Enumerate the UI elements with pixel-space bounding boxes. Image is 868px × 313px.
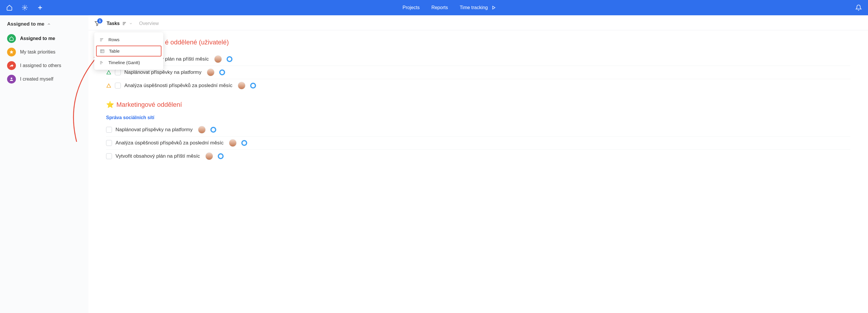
- priority-icon: [106, 70, 112, 75]
- task-checkbox[interactable]: [106, 140, 112, 146]
- task-title: Analýza úspěšnosti příspěvků za poslední…: [124, 83, 232, 89]
- sidebar-item-label: I assigned to others: [20, 63, 61, 68]
- tab-tasks[interactable]: Tasks: [107, 21, 132, 26]
- avatar[interactable]: [229, 139, 237, 147]
- home-badge-icon: [7, 34, 16, 43]
- topbar-center-nav: Projects Reports Time tracking: [43, 5, 855, 10]
- status-circle[interactable]: [226, 56, 232, 62]
- avatar[interactable]: [238, 82, 245, 90]
- task-group-2: Naplánovat příspěvky na platformy Analýz…: [106, 123, 850, 163]
- dropdown-item-rows[interactable]: Rows: [94, 34, 163, 45]
- filter-button[interactable]: 1: [94, 21, 100, 27]
- task-row[interactable]: Vytvořit obsahový plán na příští měsíc: [106, 53, 850, 66]
- view-dropdown: Rows Table Timeline (Gantt): [94, 32, 163, 70]
- rows-icon: [99, 37, 104, 42]
- task-row[interactable]: Analýza úspěšnosti příspěvků za poslední…: [106, 137, 850, 150]
- sidebar-item-i-assigned-to-others[interactable]: I assigned to others: [7, 61, 81, 70]
- dropdown-item-label: Rows: [108, 37, 120, 42]
- sidebar-item-label: I created myself: [20, 76, 53, 82]
- tab-tasks-label: Tasks: [107, 21, 120, 26]
- topbar-right: [855, 4, 862, 11]
- share-badge-icon: [7, 61, 16, 70]
- nav-timetracking-label: Time tracking: [460, 5, 488, 10]
- task-row[interactable]: Naplánovat příspěvky na platformy: [106, 123, 850, 137]
- plus-icon[interactable]: [36, 4, 43, 11]
- dropdown-item-table[interactable]: Table: [96, 45, 161, 57]
- subsection-heading[interactable]: Správa sociálních sítí: [106, 115, 850, 120]
- task-group-1: Vytvořit obsahový plán na příští měsíc N…: [106, 53, 850, 92]
- filter-badge: 1: [97, 18, 102, 24]
- content-area: é oddělené (uživatelé) Vytvořit obsahový…: [88, 30, 868, 171]
- task-row[interactable]: Vytvořit obsahový plán na příští měsíc: [106, 150, 850, 163]
- section-heading-partial: é oddělené (uživatelé): [165, 39, 850, 46]
- task-row[interactable]: Naplánovat příspěvky na platformy: [106, 66, 850, 79]
- dropdown-item-label: Table: [109, 48, 120, 54]
- nav-reports[interactable]: Reports: [431, 5, 448, 10]
- list-view-icon: [122, 21, 127, 26]
- tabbar: 1 Tasks Overview: [88, 15, 868, 30]
- tab-overview[interactable]: Overview: [139, 21, 159, 26]
- avatar[interactable]: [214, 55, 222, 63]
- chevron-up-icon: [47, 22, 51, 26]
- status-circle[interactable]: [241, 140, 247, 146]
- timeline-icon: [99, 60, 104, 65]
- svg-point-1: [10, 78, 12, 79]
- dropdown-item-label: Timeline (Gantt): [108, 60, 140, 65]
- topbar-left: [6, 4, 43, 11]
- avatar[interactable]: [198, 126, 206, 134]
- task-checkbox[interactable]: [115, 83, 121, 89]
- nav-projects[interactable]: Projects: [402, 5, 420, 10]
- section-heading-label: Marketingové oddělení: [116, 101, 182, 109]
- bell-icon[interactable]: [855, 4, 862, 11]
- task-title: Vytvořit obsahový plán na příští měsíc: [116, 153, 200, 159]
- sidebar-item-i-created-myself[interactable]: I created myself: [7, 75, 81, 83]
- nav-timetracking[interactable]: Time tracking: [460, 5, 496, 10]
- svg-point-0: [24, 7, 26, 8]
- task-checkbox[interactable]: [106, 127, 112, 133]
- gear-icon[interactable]: [21, 4, 28, 11]
- task-title: Analýza úspěšnosti příspěvků za poslední…: [116, 140, 224, 146]
- user-badge-icon: [7, 75, 16, 83]
- star-badge-icon: [7, 48, 16, 57]
- star-icon: ⭐: [106, 101, 114, 109]
- play-icon: [491, 5, 496, 10]
- avatar[interactable]: [205, 152, 213, 160]
- dropdown-item-timeline[interactable]: Timeline (Gantt): [94, 57, 163, 68]
- status-circle[interactable]: [218, 153, 224, 159]
- topbar: Projects Reports Time tracking: [0, 0, 868, 15]
- sidebar-items: Assigned to me My task priorities I assi…: [7, 34, 81, 83]
- sidebar-title-label: Assigned to me: [7, 21, 44, 27]
- section-heading-2: ⭐ Marketingové oddělení: [106, 101, 850, 109]
- avatar[interactable]: [207, 69, 215, 76]
- task-title: Naplánovat příspěvky na platformy: [124, 69, 202, 75]
- sidebar-item-label: My task priorities: [20, 49, 55, 55]
- chevron-down-icon: [129, 22, 132, 25]
- task-checkbox[interactable]: [115, 69, 121, 75]
- sidebar-title[interactable]: Assigned to me: [7, 21, 81, 27]
- page-body: Assigned to me Assigned to me My task pr…: [0, 15, 868, 313]
- task-row[interactable]: Analýza úspěšnosti příspěvků za poslední…: [106, 79, 850, 92]
- sidebar-item-label: Assigned to me: [20, 36, 55, 41]
- task-checkbox[interactable]: [106, 153, 112, 159]
- priority-icon: [106, 83, 112, 88]
- home-icon[interactable]: [6, 4, 13, 11]
- status-circle[interactable]: [250, 83, 256, 89]
- status-circle[interactable]: [210, 127, 216, 133]
- main-panel: 1 Tasks Overview Rows: [88, 15, 868, 313]
- sidebar: Assigned to me Assigned to me My task pr…: [0, 15, 88, 313]
- sidebar-item-assigned-to-me[interactable]: Assigned to me: [7, 34, 81, 43]
- task-title: Naplánovat příspěvky na platformy: [116, 127, 193, 133]
- status-circle[interactable]: [219, 69, 225, 75]
- svg-rect-2: [100, 49, 104, 53]
- table-icon: [100, 49, 105, 54]
- sidebar-item-my-task-priorities[interactable]: My task priorities: [7, 48, 81, 57]
